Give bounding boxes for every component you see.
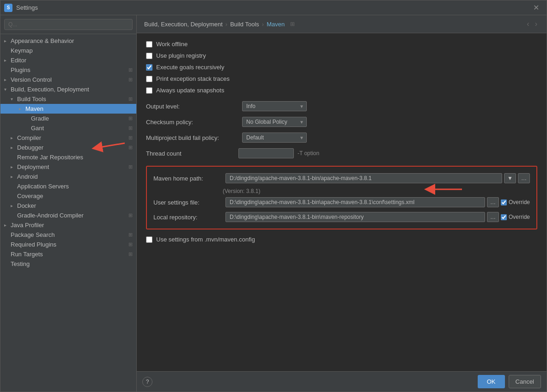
settings-icon: ⊞: [128, 115, 133, 121]
checksum-policy-select-wrapper: No Global Policy Strict Warn Ignore ▼: [242, 117, 307, 127]
sidebar-item-label: Deployment: [17, 163, 49, 170]
breadcrumb-icon: ⊞: [290, 21, 295, 27]
user-settings-input-wrap: … Override: [225, 197, 530, 207]
sidebar-item-java-profiler[interactable]: ▸ Java Profiler: [0, 220, 136, 230]
user-settings-row: User settings file: … Override: [153, 197, 530, 207]
arrow-icon: ▸: [11, 164, 17, 169]
title-bar: S Settings ✕: [0, 0, 547, 15]
nav-forward-button[interactable]: ›: [533, 20, 539, 28]
sidebar-item-label: Gant: [31, 125, 44, 132]
breadcrumb-nav: ‹ ›: [525, 20, 539, 28]
sidebar-item-gant[interactable]: Gant ⊞: [0, 123, 136, 133]
sidebar-item-label: Version Control: [11, 76, 52, 83]
sidebar-item-label: Docker: [17, 202, 36, 209]
maven-home-browse-button[interactable]: …: [518, 173, 530, 183]
cancel-button[interactable]: Cancel: [509, 375, 541, 388]
search-input[interactable]: [4, 19, 133, 30]
user-settings-override-checkbox[interactable]: [501, 199, 507, 205]
arrow-icon: ▸: [4, 38, 11, 43]
settings-icon: ⊞: [128, 96, 133, 102]
sidebar-item-app-servers[interactable]: Application Servers: [0, 181, 136, 191]
checksum-policy-label: Checksum policy:: [146, 119, 238, 126]
sidebar-item-build-exec-deploy[interactable]: ▾ Build, Execution, Deployment: [0, 84, 136, 94]
sidebar: ▸ Appearance & Behavior Keymap ▸ Editor …: [0, 15, 137, 392]
maven-home-label: Maven home path:: [153, 175, 223, 182]
always-update-checkbox[interactable]: [146, 87, 152, 94]
user-settings-label: User settings file:: [153, 199, 223, 206]
close-button[interactable]: ✕: [529, 1, 543, 14]
sidebar-item-label: Required Plugins: [11, 241, 56, 248]
work-offline-row: Work offline: [146, 41, 537, 48]
use-mvn-settings-label: Use settings from .mvn/maven.config: [156, 236, 255, 243]
sidebar-item-label: Editor: [11, 57, 26, 64]
ok-button[interactable]: OK: [478, 375, 505, 388]
sidebar-search-container: [0, 15, 136, 34]
nav-back-button[interactable]: ‹: [525, 20, 531, 28]
sidebar-item-label: Keymap: [11, 47, 33, 54]
local-repo-override-checkbox[interactable]: [501, 214, 507, 220]
thread-count-label: Thread count: [146, 150, 238, 157]
breadcrumb-item-1: Build, Execution, Deployment: [144, 21, 223, 28]
print-exception-checkbox[interactable]: [146, 76, 152, 82]
sidebar-item-coverage[interactable]: Coverage: [0, 191, 136, 201]
settings-icon: ⊞: [128, 212, 133, 218]
arrow-icon: ▸: [4, 58, 11, 63]
arrow-icon: ▸: [11, 174, 17, 179]
sidebar-item-required-plugins[interactable]: Required Plugins ⊞: [0, 240, 136, 249]
sidebar-item-appearance[interactable]: ▸ Appearance & Behavior: [0, 36, 136, 46]
sidebar-item-run-targets[interactable]: Run Targets ⊞: [0, 249, 136, 259]
user-settings-override: Override: [501, 199, 530, 205]
settings-icon: ⊞: [128, 232, 133, 238]
sidebar-item-android[interactable]: ▸ Android: [0, 172, 136, 181]
breadcrumb-item-2: Build Tools: [230, 21, 259, 28]
execute-goals-checkbox[interactable]: [146, 64, 152, 71]
sidebar-item-keymap[interactable]: Keymap: [0, 46, 136, 55]
maven-home-dropdown-button[interactable]: ▼: [504, 173, 516, 183]
multiproject-policy-row: Multiproject build fail policy: Default …: [146, 133, 537, 143]
sidebar-item-editor[interactable]: ▸ Editor: [0, 55, 136, 65]
always-update-row: Always update snapshots: [146, 87, 537, 94]
breadcrumb-item-3: Maven: [267, 21, 285, 28]
bottom-buttons: OK Cancel: [478, 375, 541, 388]
thread-count-input[interactable]: [238, 148, 294, 158]
sidebar-item-plugins[interactable]: Plugins ⊞: [0, 65, 136, 75]
help-button[interactable]: ?: [142, 377, 152, 387]
sidebar-item-debugger[interactable]: ▸ Debugger ⊞: [0, 143, 136, 152]
settings-icon: ⊞: [128, 67, 133, 73]
sidebar-item-label: Maven: [25, 105, 43, 112]
local-repo-browse-button[interactable]: …: [487, 212, 499, 222]
maven-home-input[interactable]: [225, 173, 502, 183]
breadcrumb: Build, Execution, Deployment › Build Too…: [137, 15, 547, 33]
sidebar-item-maven[interactable]: ▸ Maven: [0, 104, 136, 114]
output-level-select[interactable]: Debug Info Warn Error: [242, 101, 307, 111]
multiproject-policy-select[interactable]: Default Fail at end Fail never: [242, 133, 307, 143]
settings-content: Work offline Use plugin registry Execute…: [137, 33, 547, 371]
sidebar-item-gradle-android[interactable]: Gradle-Android Compiler ⊞: [0, 211, 136, 220]
arrow-icon: ▸: [11, 145, 17, 150]
use-mvn-settings-checkbox[interactable]: [146, 236, 152, 243]
sidebar-item-testing[interactable]: Testing: [0, 259, 136, 269]
checksum-policy-select[interactable]: No Global Policy Strict Warn Ignore: [242, 117, 307, 127]
use-plugin-registry-checkbox[interactable]: [146, 53, 152, 59]
sidebar-item-package-search[interactable]: Package Search ⊞: [0, 230, 136, 240]
t-option-label: -T option: [298, 150, 319, 157]
sidebar-item-version-control[interactable]: ▸ Version Control ⊞: [0, 75, 136, 84]
multiproject-policy-label: Multiproject build fail policy:: [146, 134, 238, 141]
sidebar-item-docker[interactable]: ▸ Docker: [0, 201, 136, 211]
work-offline-checkbox[interactable]: [146, 41, 152, 48]
sidebar-item-remote-jar[interactable]: Remote Jar Repositories: [0, 152, 136, 162]
sidebar-item-label: Android: [17, 173, 38, 180]
sidebar-item-build-tools[interactable]: ▾ Build Tools ⊞: [0, 94, 136, 104]
sidebar-item-gradle[interactable]: Gradle ⊞: [0, 114, 136, 123]
execute-goals-row: Execute goals recursively: [146, 64, 537, 71]
user-settings-input[interactable]: [225, 197, 485, 207]
window-title: Settings: [16, 4, 529, 11]
local-repo-override: Override: [501, 214, 530, 220]
arrow-icon: ▾: [11, 96, 17, 102]
sidebar-item-label: Application Servers: [17, 183, 69, 190]
sidebar-item-compiler[interactable]: ▸ Compiler ⊞: [0, 133, 136, 143]
sidebar-item-deployment[interactable]: ▸ Deployment ⊞: [0, 162, 136, 172]
local-repo-input[interactable]: [225, 212, 485, 222]
user-settings-browse-button[interactable]: …: [487, 197, 499, 207]
breadcrumb-separator: ›: [262, 21, 264, 28]
